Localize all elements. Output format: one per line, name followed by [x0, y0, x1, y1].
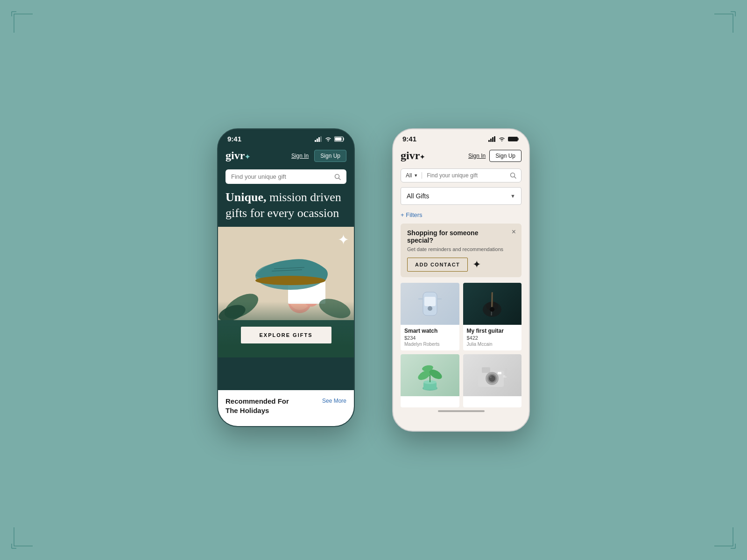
product-image-plant — [401, 354, 459, 396]
hero-sparkle-icon: ✦ — [338, 231, 349, 248]
svg-rect-24 — [494, 136, 495, 142]
camera-svg — [473, 359, 511, 392]
all-gifts-dropdown[interactable]: All Gifts ▼ — [401, 187, 521, 205]
smartwatch-svg — [411, 290, 449, 318]
all-gifts-arrow: ▼ — [510, 193, 515, 199]
signup-button-right[interactable]: Sign Up — [489, 150, 521, 162]
banner-close-button[interactable]: × — [512, 228, 516, 236]
guitar-svg — [473, 290, 511, 318]
logo-left: givr✦ — [226, 149, 250, 162]
time-left: 9:41 — [227, 135, 241, 143]
filters-row: + Filters — [393, 209, 529, 224]
svg-rect-23 — [492, 137, 493, 142]
search-input-right[interactable] — [427, 172, 507, 179]
search-dropdown-arrow: ▼ — [414, 173, 418, 178]
home-indicator-right — [438, 410, 485, 412]
svg-point-4 — [328, 140, 329, 141]
time-right: 9:41 — [402, 135, 416, 143]
corner-decoration-tl — [9, 9, 37, 37]
svg-point-50 — [489, 375, 495, 382]
svg-rect-31 — [418, 298, 423, 300]
product-name-2 — [404, 399, 456, 403]
home-indicator-left — [263, 418, 310, 420]
all-gifts-label: All Gifts — [407, 192, 429, 200]
product-image-guitar — [463, 283, 522, 325]
hero-image-area: ✦ EXPLORE GIFTS — [218, 227, 354, 357]
recommended-header: Recommended ForThe Holidays See More — [226, 397, 346, 415]
hero-text-left: Unique, mission driven gifts for every o… — [218, 189, 354, 227]
svg-rect-6 — [335, 137, 342, 140]
product-image-camera — [463, 354, 522, 396]
product-image-smartwatch — [401, 283, 459, 325]
product-user-1: Julia Mccain — [467, 342, 518, 347]
product-user-0: Madelyn Roberts — [404, 342, 456, 347]
search-bar-left[interactable] — [226, 169, 346, 184]
header-buttons-right: Sign In Sign Up — [468, 150, 521, 162]
product-card-2[interactable] — [401, 354, 459, 407]
banner-title: Shopping for someone special? — [407, 229, 515, 244]
header-left: givr✦ Sign In Sign Up — [218, 146, 354, 167]
phones-container: 9:41 — [217, 128, 530, 432]
product-info-1: My first guitar $422 Julia Mccain — [463, 325, 522, 350]
banner-sparkle-icon: ✦ — [472, 259, 481, 271]
status-icons-right — [488, 136, 520, 142]
battery-icon-right — [508, 136, 520, 142]
svg-point-38 — [490, 307, 494, 312]
header-right: givr✦ Sign In Sign Up — [393, 146, 529, 167]
product-name-3 — [467, 399, 518, 403]
logo-right: givr✦ — [401, 149, 425, 162]
search-icon-left — [334, 174, 341, 180]
filters-link[interactable]: + Filters — [401, 211, 423, 218]
wifi-icon-left — [324, 136, 332, 142]
signin-button-left[interactable]: Sign In — [289, 151, 310, 161]
corner-decoration-bl — [9, 523, 37, 551]
logo-star-left: ✦ — [245, 154, 250, 161]
svg-point-30 — [428, 306, 432, 311]
signal-icon-right — [488, 136, 496, 142]
banner-description: Get date reminders and recommendations — [407, 246, 515, 253]
battery-icon-left — [334, 136, 345, 142]
corner-decoration-br — [710, 523, 738, 551]
svg-rect-52 — [498, 372, 501, 374]
search-dropdown-label: All — [406, 172, 412, 179]
search-dropdown[interactable]: All ▼ — [406, 172, 422, 179]
svg-point-51 — [490, 376, 492, 378]
recommended-section: Recommended ForThe Holidays See More — [218, 390, 354, 426]
svg-rect-54 — [505, 368, 507, 377]
product-price-1: $422 — [467, 335, 518, 341]
svg-rect-47 — [482, 367, 490, 373]
phone-right: 9:41 — [392, 128, 530, 432]
signup-button-left[interactable]: Sign Up — [314, 150, 346, 162]
svg-rect-26 — [508, 137, 518, 141]
product-name-0: Smart watch — [404, 328, 456, 334]
search-bar-right[interactable]: All ▼ — [401, 168, 521, 182]
svg-rect-22 — [490, 139, 492, 142]
add-contact-button[interactable]: ADD CONTACT — [407, 258, 468, 272]
svg-rect-3 — [320, 136, 322, 142]
svg-point-15 — [255, 276, 325, 285]
explore-gifts-button[interactable]: EXPLORE GIFTS — [240, 327, 331, 343]
product-info-0: Smart watch $234 Madelyn Roberts — [401, 325, 459, 350]
product-grid: Smart watch $234 Madelyn Roberts — [393, 283, 529, 407]
wifi-icon-right — [498, 136, 506, 142]
header-buttons-left: Sign In Sign Up — [289, 150, 346, 162]
svg-rect-32 — [437, 298, 442, 300]
see-more-link[interactable]: See More — [322, 398, 346, 404]
product-card-1[interactable]: My first guitar $422 Julia Mccain — [463, 283, 522, 350]
phone-left: 9:41 — [217, 128, 355, 427]
status-icons-left — [315, 136, 345, 142]
svg-rect-21 — [488, 140, 490, 142]
status-bar-left: 9:41 — [218, 129, 354, 146]
search-input-left[interactable] — [231, 173, 331, 180]
product-name-1: My first guitar — [467, 328, 518, 334]
signal-icon-left — [315, 136, 322, 142]
product-card-0[interactable]: Smart watch $234 Madelyn Roberts — [401, 283, 459, 350]
product-info-2 — [401, 396, 459, 407]
promo-banner: × Shopping for someone special? Get date… — [401, 224, 521, 277]
product-card-3[interactable] — [463, 354, 522, 407]
signin-button-right[interactable]: Sign In — [468, 153, 486, 159]
logo-star-right: ✦ — [420, 154, 425, 161]
svg-rect-2 — [318, 137, 320, 142]
search-icon-right — [510, 172, 516, 179]
banner-bottom: ADD CONTACT ✦ — [407, 258, 515, 272]
